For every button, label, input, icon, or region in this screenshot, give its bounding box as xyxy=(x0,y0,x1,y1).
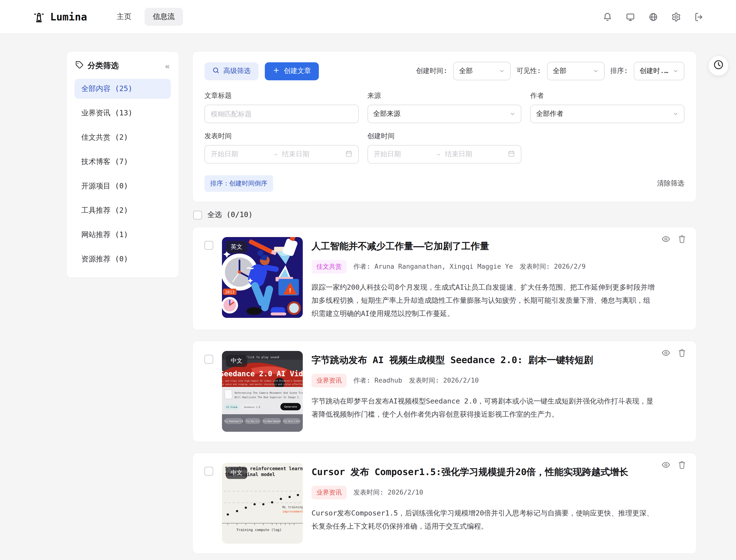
brand-name: Lumina xyxy=(50,11,87,23)
calendar-icon xyxy=(508,150,515,159)
calendar-icon xyxy=(345,150,352,159)
main-column: 高级筛选 创建文章 创建时间: 全部 xyxy=(192,51,697,560)
thumbnail-illustration[interactable]: ! 2813 英文 xyxy=(222,237,303,318)
author-field-label: 作者 xyxy=(530,92,684,100)
sidebar-item-websites[interactable]: 网站推荐 (1) xyxy=(74,225,171,245)
chevron-down-icon xyxy=(673,68,679,74)
main-nav: 主页 信息流 xyxy=(109,8,183,26)
bell-icon[interactable] xyxy=(603,12,612,22)
tag-icon xyxy=(75,61,84,71)
article-summary: 字节跳动在即梦平台发布AI视频模型Seedance 2.0，可将剧本或小说一键生… xyxy=(312,395,657,421)
thumbnail-chart[interactable]: 5 scales reinforcement learning the orig… xyxy=(222,463,303,544)
svg-text:Seedance 2.0: Seedance 2.0 xyxy=(244,406,260,409)
svg-text:Try Seedream 5.0: Try Seedream 5.0 xyxy=(224,421,243,423)
logout-icon[interactable] xyxy=(694,12,704,22)
monitor-icon[interactable] xyxy=(626,12,635,22)
nav-home[interactable]: 主页 xyxy=(109,8,140,26)
select-all-label: 全选 (0/10) xyxy=(207,210,253,220)
svg-text:os, and clips into high-impact: os, and clips into high-impact AI videos… xyxy=(222,380,303,382)
sidebar-item-great-reads[interactable]: 佳文共赏 (2) xyxy=(74,128,171,147)
article-title[interactable]: Cursor 发布 Composer1.5:强化学习规模提升20倍，性能实现跨越… xyxy=(312,466,657,479)
trash-icon[interactable] xyxy=(678,349,686,358)
category-sidebar: 分类筛选 « 全部内容 (25) 业界资讯 (13) 佳文共赏 (2) 技术博客… xyxy=(66,51,179,278)
card-checkbox[interactable] xyxy=(204,355,213,364)
sidebar-item-open-source[interactable]: 开源项目 (0) xyxy=(74,176,171,196)
svg-text:Try Nano Banana: Try Nano Banana xyxy=(263,421,280,423)
article-title[interactable]: 字节跳动发布 AI 视频生成模型 Seedance 2.0: 剧本一键转短剧 xyxy=(312,354,657,367)
article-title[interactable]: 人工智能并不减少工作量——它加剧了工作量 xyxy=(312,240,657,253)
clock-icon xyxy=(713,59,724,72)
create-article-button[interactable]: 创建文章 xyxy=(265,62,319,80)
created-time-select[interactable]: 全部 xyxy=(453,62,511,80)
gear-icon[interactable] xyxy=(671,12,681,22)
app-root: Lumina 主页 信息流 xyxy=(0,0,736,560)
svg-text:Referencing The Camera Movemen: Referencing The Camera Movement And Scen… xyxy=(235,392,303,395)
title-field-label: 文章标题 xyxy=(204,92,359,100)
lighthouse-logo-icon xyxy=(33,10,45,23)
sidebar-item-tools[interactable]: 工具推荐 (2) xyxy=(74,201,171,220)
trash-icon[interactable] xyxy=(678,461,686,469)
language-badge: 英文 xyxy=(226,241,247,253)
view-icon[interactable] xyxy=(662,349,670,358)
view-icon[interactable] xyxy=(662,461,670,469)
brand[interactable]: Lumina xyxy=(33,10,87,23)
play-hint-text: Click to play sound xyxy=(246,356,279,359)
source-select[interactable]: 全部来源 xyxy=(367,105,521,123)
advanced-filter-button[interactable]: 高级筛选 xyxy=(204,62,258,80)
article-summary: 跟踪一家约200人科技公司8个月发现，生成式AI让员工自发提速、扩大任务范围、把… xyxy=(312,281,657,320)
collapse-sidebar-icon[interactable]: « xyxy=(165,61,170,71)
article-publish-date: 发表时间: 2026/2/10 xyxy=(409,376,479,385)
globe-icon[interactable] xyxy=(648,12,658,22)
sidebar-item-all[interactable]: 全部内容 (25) xyxy=(74,79,171,99)
chevron-down-icon xyxy=(673,111,679,117)
nav-feed[interactable]: 信息流 xyxy=(145,8,183,26)
card-checkbox[interactable] xyxy=(204,241,213,250)
trash-icon[interactable] xyxy=(678,235,686,243)
title-search-input[interactable] xyxy=(204,105,359,123)
select-all-checkbox[interactable] xyxy=(193,211,202,219)
article-author: 作者: Aruna Ranganathan, Xingqi Maggie Ye xyxy=(353,262,513,271)
sort-label: 排序: xyxy=(610,67,628,75)
publish-time-label: 发表时间 xyxy=(204,132,359,141)
article-publish-date: 发表时间: 2026/2/9 xyxy=(520,262,586,271)
category-tag: 业界资讯 xyxy=(312,374,347,388)
sidebar-item-tech-blogs[interactable]: 技术博客 (7) xyxy=(74,152,171,172)
language-badge: 中文 xyxy=(226,355,247,367)
arrow-right-icon: → xyxy=(274,151,277,158)
svg-text:∨: ∨ xyxy=(236,406,238,409)
view-icon[interactable] xyxy=(662,235,670,243)
article-card: Click to play sound Seedance 2.0 AI Vide… xyxy=(192,341,697,442)
create-time-label: 创建时间 xyxy=(367,132,521,141)
sort-filter-chip[interactable]: 排序：创建时间倒序 xyxy=(204,175,273,192)
article-summary: Cursor发布Composer1.5，后训练强化学习规模增20倍并引入思考标记… xyxy=(312,507,657,533)
svg-text:RL training: RL training xyxy=(282,505,303,509)
video-headline-text: Seedance 2.0 AI Video Ge xyxy=(222,370,303,378)
filter-panel: 高级筛选 创建文章 创建时间: 全部 xyxy=(192,51,697,202)
svg-text:ive voice and singing, and mas: ive voice and singing, and master charac… xyxy=(222,383,303,386)
price-tag-text: 2813 xyxy=(225,290,235,294)
publish-date-range[interactable]: 开始日期 → 结束日期 xyxy=(204,145,359,164)
source-field-label: 来源 xyxy=(367,92,521,100)
sidebar-item-resources[interactable]: 资源推荐 (0) xyxy=(74,249,171,269)
generate-button-text: Generate xyxy=(284,405,297,409)
sidebar-item-industry-news[interactable]: 业界资讯 (13) xyxy=(74,103,171,123)
visibility-select[interactable]: 全部 xyxy=(547,62,604,80)
thumbnail-video-page[interactable]: Click to play sound Seedance 2.0 AI Vide… xyxy=(222,351,303,432)
card-checkbox[interactable] xyxy=(204,467,213,476)
svg-text:!: ! xyxy=(288,287,292,294)
create-date-range[interactable]: 开始日期 → 结束日期 xyxy=(367,145,521,164)
article-card: 5 scales reinforcement learning the orig… xyxy=(192,453,697,554)
category-tag: 业界资讯 xyxy=(312,486,347,500)
sort-select[interactable]: 创建时... xyxy=(634,62,684,80)
created-time-label: 创建时间: xyxy=(416,67,447,75)
author-select[interactable]: 全部作者 xyxy=(530,105,684,123)
page-content: 分类筛选 « 全部内容 (25) 业界资讯 (13) 佳文共赏 (2) 技术博客… xyxy=(0,34,736,560)
category-tag: 佳文共赏 xyxy=(312,260,347,274)
svg-text:Will Replicate The Red Superca: Will Replicate The Red Supercar In Image… xyxy=(235,396,300,399)
sidebar-title: 分类筛选 xyxy=(88,61,161,71)
svg-text:Try Sora 2 Pro: Try Sora 2 Pro xyxy=(283,421,300,423)
chevron-down-icon xyxy=(499,68,505,74)
history-button[interactable] xyxy=(708,55,729,76)
clear-filters-button[interactable]: 清除筛选 xyxy=(657,179,684,188)
article-card: ! 2813 英文 xyxy=(192,227,697,330)
